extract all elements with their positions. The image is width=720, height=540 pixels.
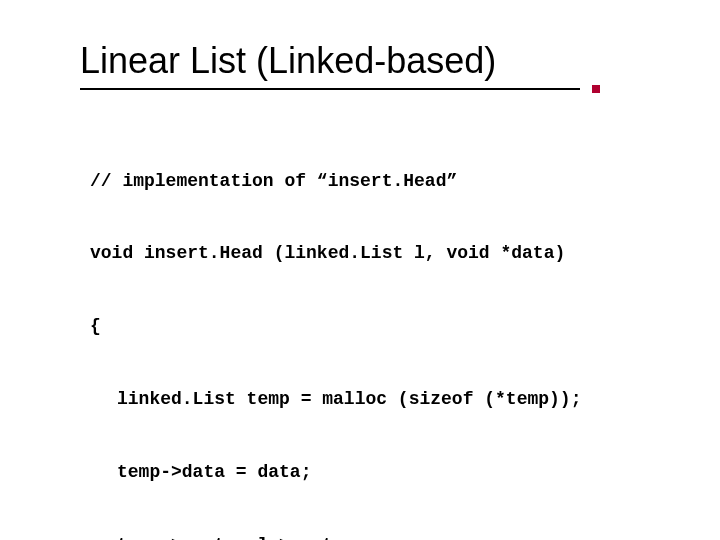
code-line: temp->data = data; xyxy=(90,460,700,484)
title-block: Linear List (Linked-based) xyxy=(80,40,700,90)
code-line: { xyxy=(90,314,700,338)
code-line: // implementation of “insert.Head” xyxy=(90,169,700,193)
slide: Linear List (Linked-based) // implementa… xyxy=(0,0,720,540)
code-block: // implementation of “insert.Head” void … xyxy=(90,120,700,540)
title-underline xyxy=(80,88,580,90)
code-line: temp->next = l->next; xyxy=(90,533,700,540)
slide-title: Linear List (Linked-based) xyxy=(80,40,700,82)
code-line: void insert.Head (linked.List l, void *d… xyxy=(90,241,700,265)
code-line: linked.List temp = malloc (sizeof (*temp… xyxy=(90,387,700,411)
